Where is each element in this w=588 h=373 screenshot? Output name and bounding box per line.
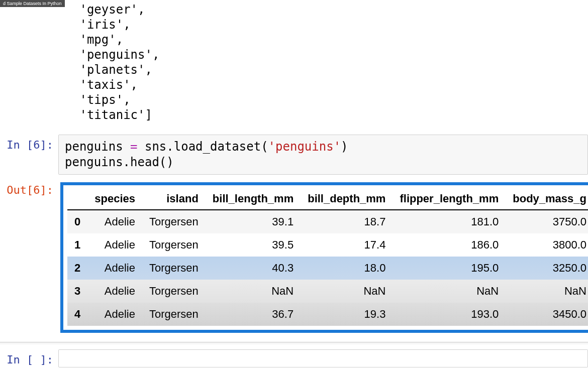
empty-code-cell[interactable]: In [ ]: bbox=[0, 349, 588, 367]
code-token: sns.load_dataset( bbox=[145, 140, 268, 154]
table-cell: Adelie bbox=[87, 303, 142, 326]
table-cell: 3250.0 bbox=[506, 257, 588, 280]
video-overlay-text: d Sample Datasets In Python bbox=[0, 0, 65, 7]
table-cell: 193.0 bbox=[393, 303, 506, 326]
table-cell: 3750.0 bbox=[506, 210, 588, 233]
table-cell: 195.0 bbox=[393, 257, 506, 280]
table-cell: Torgersen bbox=[142, 210, 206, 233]
table-cell: 3450.0 bbox=[506, 303, 588, 326]
table-cell: 40.3 bbox=[206, 257, 301, 280]
dataframe-table: speciesislandbill_length_mmbill_depth_mm… bbox=[67, 187, 588, 326]
table-header: bill_depth_mm bbox=[301, 187, 393, 210]
code-token: 'penguins' bbox=[268, 140, 341, 154]
row-index: 4 bbox=[67, 303, 87, 326]
table-cell: NaN bbox=[206, 280, 301, 303]
table-row: 4AdelieTorgersen36.719.3193.03450.0Femal… bbox=[67, 303, 588, 326]
code-input-6[interactable]: penguins = sns.load_dataset('penguins') … bbox=[58, 135, 588, 175]
row-index: 3 bbox=[67, 280, 87, 303]
table-header: flipper_length_mm bbox=[393, 187, 506, 210]
table-row: 1AdelieTorgersen39.517.4186.03800.0Femal… bbox=[67, 233, 588, 257]
table-cell: 39.1 bbox=[206, 210, 301, 233]
table-cell: NaN bbox=[393, 280, 506, 303]
table-cell: NaN bbox=[506, 280, 588, 303]
row-index: 1 bbox=[67, 233, 87, 257]
table-cell: 3800.0 bbox=[506, 233, 588, 257]
table-cell: NaN bbox=[301, 280, 393, 303]
table-cell: Adelie bbox=[87, 233, 142, 257]
table-header: species bbox=[87, 187, 142, 210]
table-cell: 36.7 bbox=[206, 303, 301, 326]
cell-separator-shadow bbox=[0, 342, 588, 345]
table-cell: 18.0 bbox=[301, 257, 393, 280]
table-row: 3AdelieTorgersenNaNNaNNaNNaNNaN bbox=[67, 280, 588, 303]
table-cell: Torgersen bbox=[142, 257, 206, 280]
table-cell: 18.7 bbox=[301, 210, 393, 233]
table-row: 0AdelieTorgersen39.118.7181.03750.0Male bbox=[67, 210, 588, 233]
table-header bbox=[67, 187, 87, 210]
table-row: 2AdelieTorgersen40.318.0195.03250.0Femal… bbox=[67, 257, 588, 280]
code-token: = bbox=[123, 140, 145, 154]
output-cell-6: Out[6]: speciesislandbill_length_mmbill_… bbox=[0, 180, 588, 335]
input-prompt-6: In [6]: bbox=[0, 135, 58, 151]
code-token: penguins.head() bbox=[65, 155, 174, 169]
dataframe-header-row: speciesislandbill_length_mmbill_depth_mm… bbox=[67, 187, 588, 210]
input-prompt-empty: In [ ]: bbox=[0, 349, 58, 366]
code-token: ) bbox=[341, 140, 348, 154]
row-index: 2 bbox=[67, 257, 87, 280]
table-cell: 39.5 bbox=[206, 233, 301, 257]
table-cell: 17.4 bbox=[301, 233, 393, 257]
dataframe-highlight-frame: speciesislandbill_length_mmbill_depth_mm… bbox=[60, 182, 588, 333]
code-input-empty[interactable] bbox=[58, 349, 588, 367]
table-cell: 181.0 bbox=[393, 210, 506, 233]
table-header: bill_length_mm bbox=[206, 187, 301, 210]
table-cell: Adelie bbox=[87, 257, 142, 280]
table-cell: 186.0 bbox=[393, 233, 506, 257]
table-cell: Torgersen bbox=[142, 303, 206, 326]
output-prompt-6: Out[6]: bbox=[0, 180, 58, 196]
table-cell: 19.3 bbox=[301, 303, 393, 326]
row-index: 0 bbox=[67, 210, 87, 233]
code-cell-6[interactable]: In [6]: penguins = sns.load_dataset('pen… bbox=[0, 135, 588, 175]
table-header: body_mass_g bbox=[506, 187, 588, 210]
table-cell: Adelie bbox=[87, 280, 142, 303]
table-cell: Adelie bbox=[87, 210, 142, 233]
notebook: 'geyser', 'iris', 'mpg', 'penguins', 'pl… bbox=[0, 0, 588, 367]
table-cell: Torgersen bbox=[142, 280, 206, 303]
table-cell: Torgersen bbox=[142, 233, 206, 257]
table-header: island bbox=[142, 187, 206, 210]
code-token: penguins bbox=[65, 140, 123, 154]
previous-cell-output: 'geyser', 'iris', 'mpg', 'penguins', 'pl… bbox=[0, 0, 588, 135]
